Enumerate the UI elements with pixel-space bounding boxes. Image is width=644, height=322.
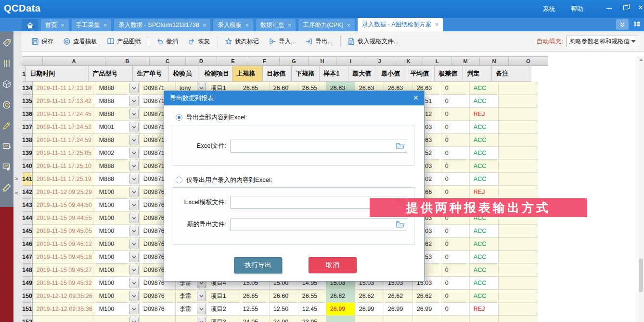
- header-max[interactable]: 最大值: [348, 66, 377, 82]
- column-letter-C[interactable]: C: [150, 57, 186, 66]
- cell-s1[interactable]: 26.62: [326, 290, 355, 303]
- cell-inspector[interactable]: [176, 316, 207, 322]
- model-dropdown-button[interactable]: [129, 317, 139, 322]
- column-letter-E[interactable]: E: [217, 57, 249, 66]
- cell-note[interactable]: [499, 264, 538, 277]
- menu-system[interactable]: 系统: [543, 5, 555, 13]
- cell-model[interactable]: M100: [95, 186, 140, 199]
- collapse-panel-arrow[interactable]: <: [15, 190, 18, 196]
- row-number[interactable]: 147: [22, 251, 33, 264]
- run-export-button[interactable]: 执行导出: [234, 257, 282, 273]
- row-number[interactable]: 145: [22, 225, 33, 238]
- cell-item[interactable]: 项目3: [207, 316, 239, 322]
- header-s1[interactable]: 样本1: [320, 66, 348, 82]
- row-number[interactable]: 1: [22, 66, 26, 82]
- cell-model[interactable]: M100: [95, 225, 140, 238]
- row-number[interactable]: 135: [22, 95, 33, 108]
- cell-note[interactable]: [499, 225, 538, 238]
- cell-model[interactable]: M888: [95, 134, 140, 147]
- model-dropdown-button[interactable]: [129, 304, 139, 314]
- model-dropdown-button[interactable]: [129, 161, 139, 171]
- cell-note[interactable]: [499, 147, 538, 160]
- cell-avg[interactable]: 26.62: [413, 290, 441, 303]
- cell-date[interactable]: 2019-11-12 09:25:29: [33, 186, 95, 199]
- collapse-tabs-button[interactable]: [616, 19, 629, 30]
- cell-date[interactable]: 2019-11-11 17:25:05: [33, 147, 95, 160]
- header-date[interactable]: 日期时间: [26, 66, 89, 82]
- scroll-up-arrow-icon[interactable]: [638, 56, 644, 63]
- radio-unselected-icon[interactable]: [176, 177, 182, 183]
- save-button[interactable]: 保存: [28, 36, 56, 48]
- cell-min[interactable]: [384, 316, 413, 322]
- tab-item[interactable]: 录入模板×: [213, 19, 253, 31]
- cell-date[interactable]: 2019-11-15 09:45:05: [33, 225, 95, 238]
- row-number[interactable]: 151: [22, 303, 33, 316]
- column-letter-K[interactable]: K: [394, 57, 423, 66]
- cell-judge[interactable]: REJ: [470, 108, 499, 121]
- option-export-user[interactable]: 仅导出用户录入的内容到Excel:: [176, 176, 272, 184]
- model-dropdown-button[interactable]: [129, 278, 139, 288]
- header-model[interactable]: 产品型号: [89, 66, 133, 82]
- header-avg[interactable]: 平均值: [406, 66, 435, 82]
- row-number[interactable]: 139: [22, 147, 33, 160]
- cell-model[interactable]: M888: [95, 160, 140, 173]
- cell-judge[interactable]: ACC: [470, 121, 499, 134]
- column-letter-A[interactable]: A: [43, 57, 105, 66]
- cell-max[interactable]: 26.62: [355, 290, 384, 303]
- column-letter-H[interactable]: H: [309, 57, 336, 66]
- apps-grid-button[interactable]: [631, 18, 644, 31]
- model-dropdown-button[interactable]: [129, 239, 139, 249]
- tab-close-icon[interactable]: ×: [203, 23, 206, 28]
- cell-lsl[interactable]: 23.95: [298, 316, 326, 322]
- cell-range[interactable]: 0: [441, 225, 470, 238]
- cell-date[interactable]: 2019-11-15 09:44:55: [33, 212, 95, 225]
- cell-note[interactable]: [499, 290, 538, 303]
- cube-tool-button[interactable]: [1, 79, 12, 90]
- cell-model[interactable]: M001: [95, 121, 140, 134]
- minimize-button[interactable]: [603, 3, 615, 13]
- cell-judge[interactable]: ACC: [470, 264, 499, 277]
- cell-range[interactable]: 0: [441, 251, 470, 264]
- cell-s1[interactable]: 26.99: [326, 303, 355, 316]
- cell-judge[interactable]: ACC: [470, 225, 499, 238]
- cell-s1[interactable]: [326, 316, 355, 322]
- cell-range[interactable]: 0: [441, 108, 470, 121]
- header-min[interactable]: 最小值: [377, 66, 406, 82]
- cell-judge[interactable]: REJ: [470, 303, 499, 316]
- cell-model[interactable]: M100: [95, 277, 140, 290]
- row-number[interactable]: 150: [22, 290, 33, 303]
- cell-model[interactable]: M100: [95, 290, 140, 303]
- cell-judge[interactable]: ACC: [470, 173, 499, 186]
- cell-range[interactable]: [441, 316, 470, 322]
- cell-date[interactable]: 2019-11-15 09:45:27: [33, 264, 95, 277]
- cell-range[interactable]: 0: [441, 82, 470, 95]
- column-letter-O[interactable]: O: [509, 57, 548, 66]
- cell-model[interactable]: M100: [95, 212, 140, 225]
- cell-min[interactable]: 26.99: [384, 303, 413, 316]
- cell-note[interactable]: [499, 82, 538, 95]
- model-dropdown-button[interactable]: [129, 200, 139, 210]
- cell-lsl[interactable]: 26.55: [298, 290, 326, 303]
- cell-inspector[interactable]: 李雷: [176, 303, 207, 316]
- cell-date[interactable]: 2019-11-11 17:24:59: [33, 134, 95, 147]
- tab-close-icon[interactable]: ×: [347, 23, 350, 28]
- header-item[interactable]: 检测项目: [200, 66, 232, 82]
- cell-date[interactable]: 2019-11-11 17:13:42: [33, 95, 95, 108]
- cell-date[interactable]: 2019-11-11 17:25:19: [33, 173, 95, 186]
- model-dropdown-button[interactable]: [129, 109, 139, 119]
- tag-tool-button[interactable]: [1, 38, 12, 49]
- cell-usl[interactable]: 26.65: [239, 290, 270, 303]
- export-button[interactable]: 导出...: [302, 36, 335, 48]
- cell-item[interactable]: 项目2: [207, 303, 239, 316]
- import-button[interactable]: 导入...: [266, 36, 298, 48]
- row-number[interactable]: 152: [22, 316, 33, 322]
- home-tab[interactable]: [22, 19, 38, 31]
- cell-note[interactable]: [499, 303, 538, 316]
- cell-judge[interactable]: ACC: [470, 82, 499, 95]
- cell-range[interactable]: 0: [441, 173, 470, 186]
- cell-model[interactable]: M100: [95, 264, 140, 277]
- column-letter-B[interactable]: B: [105, 57, 150, 66]
- cell-date[interactable]: 2019-11-15 09:45:18: [33, 251, 95, 264]
- cell-model[interactable]: M888: [95, 95, 140, 108]
- cell-range[interactable]: 0: [441, 186, 470, 199]
